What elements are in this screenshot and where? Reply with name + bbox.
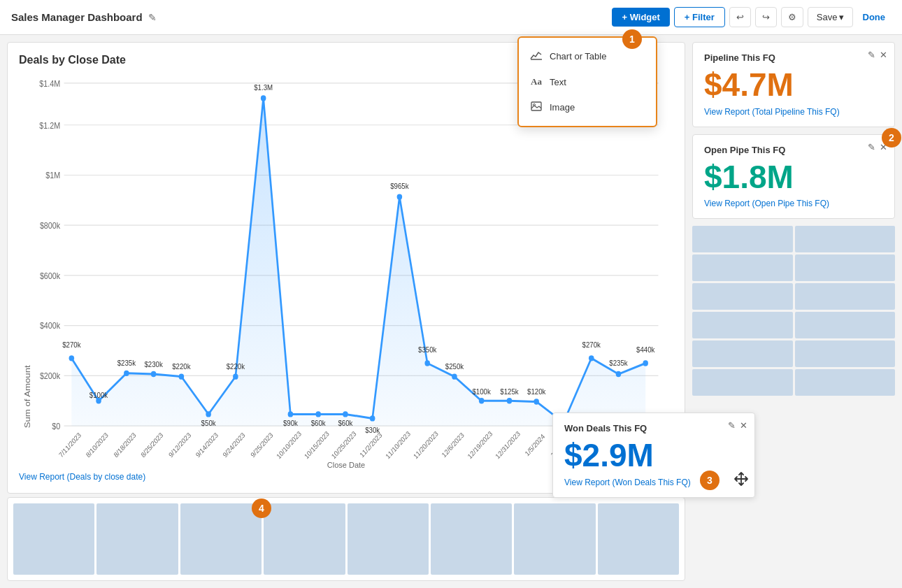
pipeline-card: ✎ ✕ Pipeline This FQ $4.7M View Report (… (692, 42, 895, 127)
chart-svg: Sum of Amount $0 $200k $400k $600k (19, 75, 673, 459)
redo-icon: ↪ (762, 12, 770, 22)
rp-cell (795, 312, 896, 338)
svg-point-33 (397, 194, 403, 199)
svg-text:8/10/2023: 8/10/2023 (85, 431, 110, 459)
won-deals-edit-btn[interactable]: ✎ (728, 420, 736, 431)
placeholder-cell (13, 503, 94, 575)
svg-text:$120k: $120k (527, 387, 546, 396)
svg-text:11/20/2023: 11/20/2023 (412, 429, 440, 459)
edit-title-icon[interactable]: ✎ (148, 12, 157, 23)
pipeline-card-value: $4.7M (704, 67, 883, 103)
svg-text:$100k: $100k (472, 387, 491, 396)
svg-text:7/11/2023: 7/11/2023 (57, 431, 83, 459)
svg-text:12/31/2023: 12/31/2023 (494, 429, 522, 459)
filter-button[interactable]: + Filter (674, 7, 725, 27)
open-pipe-card: ✎ ✕ Open Pipe This FQ $1.8M View Report … (692, 134, 895, 220)
rp-cell (692, 312, 793, 338)
svg-point-36 (479, 398, 485, 403)
svg-text:$60k: $60k (338, 420, 353, 428)
svg-text:10/25/2023: 10/25/2023 (330, 429, 358, 459)
svg-text:10/10/2023: 10/10/2023 (275, 429, 303, 459)
done-button[interactable]: Done (857, 8, 892, 27)
pipeline-close-btn[interactable]: ✕ (880, 50, 887, 60)
top-bar-right: + Widget + Filter ↩ ↪ ⚙ Save ▾ Done (612, 7, 891, 27)
placeholder-cell (431, 503, 512, 575)
badge-1: 1 (622, 29, 642, 49)
svg-text:$600k: $600k (40, 271, 61, 280)
svg-text:11/10/2023: 11/10/2023 (384, 429, 412, 459)
card-actions: ✎ ✕ (728, 420, 747, 431)
open-pipe-edit-btn[interactable]: ✎ (868, 142, 875, 152)
svg-text:$250k: $250k (445, 362, 464, 371)
settings-button[interactable]: ⚙ (781, 7, 803, 27)
dashboard-title: Sales Manager Dashboard (11, 11, 143, 23)
svg-text:$270k: $270k (62, 340, 81, 349)
text-menu-label: Text (550, 77, 566, 87)
svg-point-35 (452, 373, 457, 379)
svg-text:$350k: $350k (418, 345, 437, 354)
placeholder-cell (96, 503, 178, 575)
svg-text:9/25/2023: 9/25/2023 (249, 431, 274, 459)
badge-2: 2 (882, 128, 901, 148)
svg-point-25 (179, 373, 185, 379)
svg-text:$235k: $235k (609, 359, 628, 368)
save-button[interactable]: Save ▾ (808, 7, 853, 27)
svg-text:$270k: $270k (582, 340, 601, 349)
svg-text:$220k: $220k (172, 362, 191, 371)
text-icon: Aa (530, 76, 543, 87)
menu-item-text[interactable]: Aa Text (519, 69, 656, 94)
move-drag-icon[interactable] (733, 471, 749, 490)
svg-text:8/25/2023: 8/25/2023 (139, 431, 164, 459)
main-content: Deals by Close Date Sum of Amount (0, 35, 902, 588)
svg-text:$50k: $50k (201, 420, 217, 428)
card-actions: ✎ ✕ (868, 50, 887, 60)
svg-text:$1M: $1M (45, 171, 60, 180)
rp-cell (795, 254, 896, 281)
svg-point-32 (370, 415, 375, 421)
svg-text:$1.2M: $1.2M (39, 121, 60, 130)
svg-text:$800k: $800k (40, 221, 61, 230)
svg-text:$1.4M: $1.4M (39, 79, 60, 88)
won-deals-card-title: Won Deals This FQ (564, 423, 743, 433)
won-deals-close-btn[interactable]: ✕ (740, 420, 747, 431)
svg-text:$400k: $400k (40, 322, 61, 331)
widget-dropdown: Chart or Table Aa Text Image (517, 36, 657, 127)
chart-menu-label: Chart or Table (550, 51, 606, 62)
won-deals-card-value: $2.9M (564, 438, 743, 473)
undo-button[interactable]: ↩ (729, 7, 751, 27)
open-pipe-card-value: $1.8M (704, 159, 883, 195)
pipeline-card-title: Pipeline This FQ (704, 52, 883, 63)
svg-marker-20 (71, 98, 645, 426)
svg-text:Sum of Amount: Sum of Amount (23, 365, 32, 428)
rp-cell (692, 254, 793, 281)
svg-text:9/12/2023: 9/12/2023 (167, 431, 192, 459)
svg-text:$0: $0 (52, 422, 60, 431)
menu-item-image[interactable]: Image (519, 94, 656, 120)
svg-text:$1.3M: $1.3M (254, 83, 273, 92)
widget-button[interactable]: + Widget (612, 8, 669, 27)
chart-area: Sum of Amount $0 $200k $400k $600k (19, 75, 673, 459)
placeholder-cell (348, 503, 429, 575)
svg-text:$230k: $230k (144, 361, 163, 369)
pipeline-card-link[interactable]: View Report (Total Pipeline This FQ) (704, 107, 883, 117)
rp-cell (692, 369, 793, 396)
svg-point-38 (534, 399, 539, 404)
right-placeholder-grid (692, 226, 895, 396)
svg-text:12/6/2023: 12/6/2023 (441, 431, 466, 459)
right-column: ✎ ✕ Pipeline This FQ $4.7M View Report (… (692, 35, 902, 588)
rp-cell (692, 226, 793, 252)
won-deals-card: ✎ ✕ Won Deals This FQ $2.9M View Report … (552, 413, 755, 498)
svg-text:8/18/2023: 8/18/2023 (112, 431, 137, 459)
svg-text:$100k: $100k (90, 391, 108, 399)
svg-point-42 (643, 360, 648, 366)
svg-text:9/14/2023: 9/14/2023 (194, 431, 220, 459)
svg-point-26 (206, 411, 211, 417)
pipeline-edit-btn[interactable]: ✎ (868, 50, 875, 60)
svg-point-29 (288, 411, 294, 417)
open-pipe-card-link[interactable]: View Report (Open Pipe This FQ) (704, 199, 883, 208)
svg-point-34 (424, 360, 430, 366)
placeholder-cell (180, 503, 262, 575)
redo-button[interactable]: ↪ (755, 7, 777, 27)
rp-cell (795, 369, 896, 396)
svg-text:9/24/2023: 9/24/2023 (221, 431, 246, 459)
